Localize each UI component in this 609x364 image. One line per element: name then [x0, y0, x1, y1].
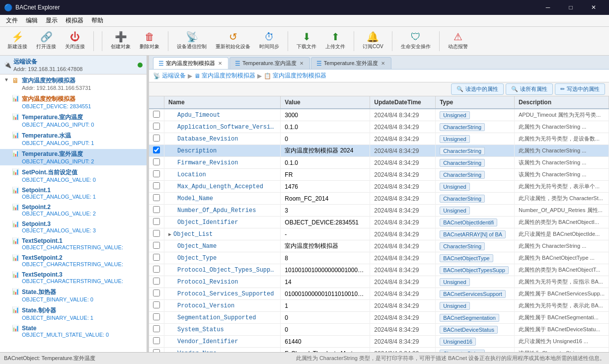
device-group-header[interactable]: ▼ 🖥 室内温度控制模拟器 Addr: 192.168.31.166:53731 — [0, 75, 147, 92]
table-row[interactable]: Max_Apdu_Length_Accepted 1476 2024/8/4 8… — [149, 181, 609, 193]
row-checkbox[interactable] — [153, 170, 160, 177]
minimize-button[interactable]: ─ — [536, 0, 559, 15]
sidebar-item[interactable]: 📊 TextSetpoint.1 OBJECT_CHARACTERSTRING_… — [0, 236, 147, 251]
toolbar-btn-____[interactable]: ⬇下载文件 — [293, 29, 320, 53]
tab-Temperature_____[interactable]: ☰ Temperature.室外温度 ✕ — [311, 57, 391, 69]
row-checkbox[interactable] — [153, 230, 160, 237]
table-row[interactable]: Apdu_Timeout 3000 2024/8/4 8:34:29 Unsig… — [149, 109, 609, 121]
row-checkbox[interactable] — [153, 349, 160, 352]
row-checkbox[interactable] — [153, 194, 160, 201]
col-type[interactable]: Type — [436, 96, 515, 109]
sidebar-item[interactable]: 📊 Setpoint.1 OBJECT_ANALOG_VALUE: 1 — [0, 186, 147, 201]
row-checkbox[interactable] — [153, 111, 160, 118]
row-checkbox[interactable] — [153, 218, 160, 225]
table-row[interactable]: Protocol_Object_Types_Supported 10100100… — [149, 264, 609, 276]
col-time[interactable]: UpdateDateTime — [370, 96, 436, 109]
breadcrumb-item-0[interactable]: 📡 远端设备 — [153, 72, 186, 80]
toolbar-btn-____[interactable]: 🔗打开连接 — [33, 29, 60, 53]
table-row[interactable]: Object_Type 8 2024/8/4 8:34:29 BACnetObj… — [149, 252, 609, 264]
table-row[interactable]: Firmware_Revision 0.1.0 2024/8/4 8:34:29… — [149, 157, 609, 169]
sidebar-item[interactable]: 📊 Setpoint.3 OBJECT_ANALOG_VALUE: 3 — [0, 219, 147, 234]
sidebar-item[interactable]: 📊 State OBJECT_MULTI_STATE_VALUE: 0 — [0, 324, 147, 339]
tab-close-button[interactable]: ✕ — [217, 61, 223, 66]
col-value[interactable]: Value — [281, 96, 370, 109]
sidebar-item[interactable]: 📊 State.制冷器 OBJECT_BINARY_VALUE: 1 — [0, 305, 147, 322]
sidebar-item[interactable]: 📊 State.加热器 OBJECT_BINARY_VALUE: 0 — [0, 287, 147, 303]
sidebar-item[interactable]: 📊 Temperature.室外温度 OBJECT_ANALOG_INPUT: … — [0, 149, 147, 165]
table-row[interactable]: Model_Name Room_FC_2014 2024/8/4 8:34:29… — [149, 193, 609, 205]
toolbar-btn-____[interactable]: ⚡新建连接 — [4, 29, 31, 53]
toolbar-btn-____[interactable]: ➕创建对象 — [107, 29, 134, 53]
toolbar-btn-____[interactable]: ⏻关闭连接 — [62, 29, 88, 53]
tab-_________[interactable]: ☰ 室内温度控制模拟器 ✕ — [153, 57, 228, 69]
row-checkbox[interactable] — [153, 146, 160, 153]
expand-icon[interactable]: ▶ — [168, 232, 171, 237]
row-checkbox[interactable] — [153, 278, 160, 285]
toolbar-btn-__COV[interactable]: 🔔订阅COV — [359, 29, 387, 53]
read-selected-button[interactable]: 🔍 读选中的属性 — [451, 83, 504, 95]
breadcrumb-item-2[interactable]: 📋 室内温度控制模拟器 — [264, 72, 326, 80]
row-checkbox[interactable] — [153, 206, 160, 213]
toolbar-btn-_______[interactable]: ↺重新初始化设备 — [212, 29, 254, 53]
row-checkbox[interactable] — [153, 254, 160, 261]
toolbar-btn-______[interactable]: 🛡生命安全操作 — [397, 29, 434, 53]
table-row[interactable]: Object_Identifier OBJECT_DEVICE:2834551 … — [149, 217, 609, 228]
sidebar-item[interactable]: 📊 TextSetpoint.2 OBJECT_CHARACTERSTRING_… — [0, 253, 147, 268]
table-row[interactable]: Description 室内温度控制模拟器 2024 2024/8/4 8:34… — [149, 145, 609, 157]
menu-item-编辑[interactable]: 编辑 — [22, 15, 42, 26]
row-checkbox[interactable] — [153, 242, 160, 249]
close-button[interactable]: ✕ — [582, 0, 605, 15]
toolbar-btn-______[interactable]: 📡设备通信控制 — [173, 29, 210, 53]
table-row[interactable]: Protocol_Revision 14 2024/8/4 8:34:29 Un… — [149, 276, 609, 288]
row-checkbox[interactable] — [153, 290, 160, 296]
row-checkbox[interactable] — [153, 313, 160, 320]
table-row[interactable]: System_Status 0 2024/8/4 8:34:29 BACnetD… — [149, 324, 609, 336]
row-checkbox[interactable] — [153, 135, 160, 142]
breadcrumb-item-1[interactable]: 🖥 室内温度控制模拟器 — [194, 72, 255, 80]
table-row[interactable]: Object_Name 室内温度控制模拟器 2024/8/4 8:34:29 C… — [149, 240, 609, 252]
menu-item-显示[interactable]: 显示 — [42, 15, 62, 26]
table-row[interactable]: Vendor_Identifier 61440 2024/8/4 8:34:29… — [149, 336, 609, 348]
table-row[interactable]: Location FR 2024/8/4 8:34:29 CharacterSt… — [149, 169, 609, 181]
sidebar-item[interactable]: 📊 室内温度控制模拟器 OBJECT_DEVICE: 2834551 — [0, 94, 147, 110]
table-row[interactable]: Vendor_Name F. Chaxel, Thanks to Mort...… — [149, 348, 609, 353]
content-area: ☰ 室内温度控制模拟器 ✕☰ Temperature.室内温度 ✕☰ Tempe… — [149, 56, 609, 352]
menu-item-模拟器[interactable]: 模拟器 — [62, 15, 87, 26]
sidebar-item[interactable]: 📊 Temperature.水温 OBJECT_ANALOG_INPUT: 1 — [0, 131, 147, 147]
table-row[interactable]: Application_Software_Version 0.1.0 2024/… — [149, 121, 609, 133]
toolbar-btn-____[interactable]: ⏱时间同步 — [256, 29, 283, 53]
read-all-button[interactable]: 🔍 读所有属性 — [506, 83, 553, 95]
write-selected-button[interactable]: ✏ 写选中的属性 — [555, 83, 605, 95]
table-row[interactable]: Database_Revision 0 2024/8/4 8:34:29 Uns… — [149, 133, 609, 145]
col-desc[interactable]: Description — [514, 96, 609, 109]
row-checkbox[interactable] — [153, 337, 160, 344]
menu-item-帮助[interactable]: 帮助 — [87, 15, 107, 26]
row-checkbox[interactable] — [153, 301, 160, 308]
menu-item-文件[interactable]: 文件 — [2, 15, 22, 26]
table-row[interactable]: Protocol_Version 1 2024/8/4 8:34:29 Unsi… — [149, 300, 609, 312]
row-checkbox[interactable] — [153, 325, 160, 332]
row-checkbox-cell — [149, 228, 164, 240]
table-row[interactable]: Number_Of_Apdu_Retries 3 2024/8/4 8:34:2… — [149, 205, 609, 217]
sidebar-item[interactable]: 📊 SetPoint.当前设定值 OBJECT_ANALOG_VALUE: 0 — [0, 167, 147, 184]
row-checkbox[interactable] — [153, 123, 160, 130]
col-name[interactable]: Name — [164, 96, 281, 109]
table-row[interactable]: Segmentation_Supported 0 2024/8/4 8:34:2… — [149, 312, 609, 324]
tab-close-button[interactable]: ✕ — [299, 61, 304, 66]
tab-close-button[interactable]: ✕ — [380, 61, 386, 66]
toolbar-btn-____[interactable]: ⚠动态报警 — [445, 29, 471, 53]
row-checkbox[interactable] — [153, 158, 160, 165]
toolbar-btn-____[interactable]: ⬆上传文件 — [322, 29, 349, 53]
table-row[interactable]: ▶Object_List - 2024/8/4 8:34:29 BACnetAR… — [149, 228, 609, 240]
toolbar-btn-____[interactable]: 🗑删除对象 — [136, 29, 163, 53]
sidebar-item[interactable]: 📊 Temperature.室内温度 OBJECT_ANALOG_INPUT: … — [0, 112, 147, 129]
node-icon: 📊 — [12, 187, 20, 194]
row-checkbox[interactable] — [153, 182, 160, 189]
tab-Temperature_____[interactable]: ☰ Temperature.室内温度 ✕ — [229, 57, 310, 69]
row-checkbox[interactable] — [153, 266, 160, 273]
maximize-button[interactable]: □ — [559, 0, 582, 15]
sidebar-item[interactable]: 📊 Setpoint.2 OBJECT_ANALOG_VALUE: 2 — [0, 203, 147, 218]
sidebar-item[interactable]: 📊 TextSetpoint.3 OBJECT_CHARACTERSTRING_… — [0, 270, 147, 285]
table-row[interactable]: Protocol_Services_Supported 010001000000… — [149, 288, 609, 300]
expander-icon[interactable]: ▼ — [4, 77, 11, 82]
